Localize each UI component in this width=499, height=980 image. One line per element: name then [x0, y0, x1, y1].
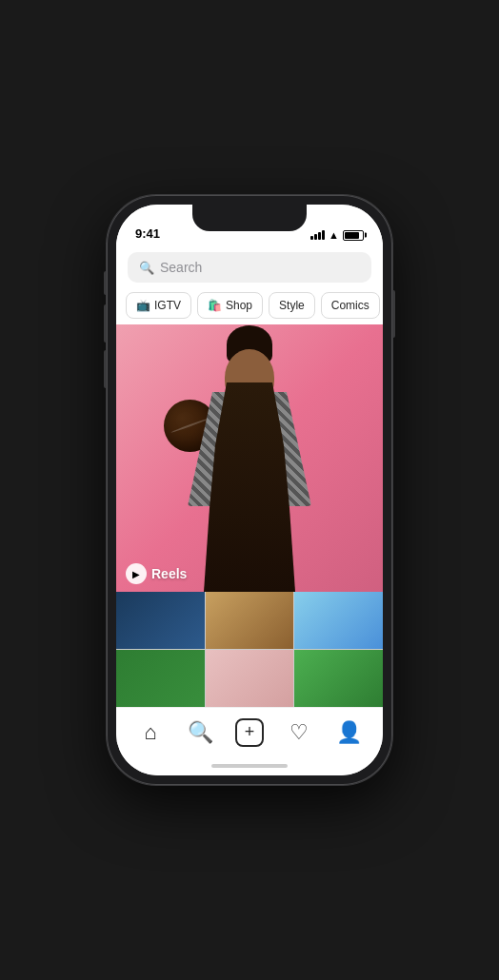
grid-cell-2[interactable] [206, 592, 294, 649]
reels-label: Reels [151, 566, 187, 581]
nav-add[interactable]: + [230, 714, 269, 752]
grid-cell-1[interactable] [116, 592, 205, 649]
nav-search[interactable]: 🔍 [181, 714, 219, 752]
search-icon: 🔍 [139, 261, 154, 275]
wifi-icon: ▲ [329, 229, 339, 241]
mute-button [104, 271, 107, 295]
tab-style[interactable]: Style [269, 292, 315, 319]
tab-shop[interactable]: 🛍️ Shop [197, 292, 263, 319]
grid-cell-4[interactable] [116, 650, 205, 707]
nav-search-icon: 🔍 [188, 720, 213, 745]
status-time: 9:41 [135, 226, 160, 241]
reels-icon: ▶ [126, 563, 147, 584]
hero-background: ▶ Reels [116, 324, 383, 592]
add-icon: + [235, 718, 264, 747]
nav-profile[interactable]: 👤 [329, 714, 368, 752]
search-placeholder: Search [160, 260, 202, 275]
battery-icon [343, 230, 364, 241]
photo-grid [116, 592, 383, 707]
phone-screen: 9:41 ▲ 🔍 Search 📺 IGTV [116, 205, 383, 775]
notch [192, 205, 307, 231]
search-bar[interactable]: 🔍 Search [128, 252, 371, 283]
grid-cell-5[interactable] [206, 650, 294, 707]
nav-home[interactable]: ⌂ [131, 714, 170, 752]
tab-style-label: Style [279, 299, 305, 312]
home-indicator-bar [211, 764, 288, 768]
search-bar-container: 🔍 Search [116, 246, 383, 288]
hero-section: ▶ Reels [116, 324, 383, 592]
profile-icon: 👤 [336, 720, 362, 745]
volume-up-button [104, 304, 107, 343]
tab-igtv[interactable]: 📺 IGTV [126, 292, 191, 319]
grid-cell-3[interactable] [294, 592, 383, 649]
tab-comics[interactable]: Comics [321, 292, 380, 319]
tab-shop-label: Shop [226, 299, 252, 312]
grid-cell-6[interactable] [294, 650, 383, 707]
nav-activity[interactable]: ♡ [280, 714, 318, 752]
home-icon: ⌂ [144, 720, 156, 745]
signal-icon [310, 230, 325, 240]
category-tabs: 📺 IGTV 🛍️ Shop Style Comics TV & Movies [116, 288, 383, 324]
content-area: ▶ Reels [116, 324, 383, 707]
bottom-nav: ⌂ 🔍 + ♡ 👤 [116, 707, 383, 756]
status-icons: ▲ [310, 229, 364, 241]
reels-badge[interactable]: ▶ Reels [126, 563, 187, 584]
volume-down-button [104, 350, 107, 388]
phone-frame: 9:41 ▲ 🔍 Search 📺 IGTV [107, 195, 392, 785]
igtv-icon: 📺 [136, 299, 150, 312]
heart-icon: ♡ [289, 720, 309, 745]
shop-icon: 🛍️ [208, 299, 222, 312]
home-indicator [116, 756, 383, 775]
tab-igtv-label: IGTV [154, 299, 181, 312]
power-button [392, 290, 395, 338]
tab-comics-label: Comics [331, 299, 369, 312]
